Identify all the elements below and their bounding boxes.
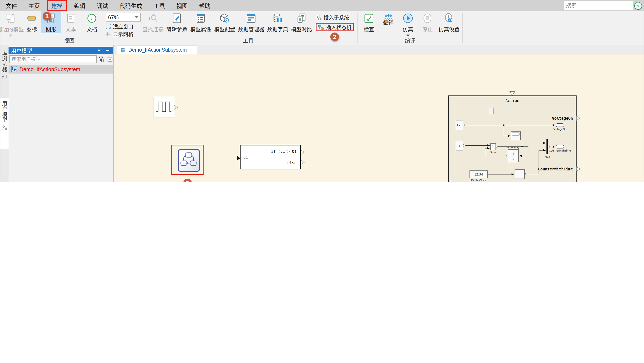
dropdown-caret — [9, 34, 12, 36]
user-model-icon — [2, 125, 7, 130]
block-convert[interactable] — [515, 170, 524, 179]
fit-window-icon — [106, 23, 111, 29]
sim-settings-button[interactable]: 仿真设置 — [437, 12, 461, 33]
outport-label: VoltageOn — [552, 116, 573, 120]
collapse-all-icon[interactable] — [106, 56, 113, 62]
panel-header: 用户模型 — [8, 47, 113, 54]
statemachine-annotation-box: 3 — [171, 145, 204, 175]
sidebar-tab-user-models[interactable]: 用户模型 — [0, 97, 8, 149]
menu-home[interactable]: 主页 — [23, 0, 46, 11]
find-connection-button[interactable]: 查找连接 — [141, 12, 165, 33]
block-ud[interactable]: 1zUnitDelay — [507, 146, 520, 162]
graphic-view-button[interactable]: 1 图形 — [42, 12, 61, 33]
model-config-button[interactable]: 模型配置 — [213, 12, 237, 33]
fit-window-button[interactable]: 适应窗口 — [106, 23, 140, 29]
help-icon[interactable]: ? — [634, 2, 642, 10]
pulse-generator-block[interactable] — [154, 97, 174, 118]
menu-file[interactable]: 文件 — [0, 0, 23, 11]
model-search-input[interactable] — [9, 55, 97, 63]
ribbon-group-tools: 查找连接 编辑参数 模型属性 模型配置 — [140, 12, 356, 45]
menu-debug[interactable]: 调试 — [91, 0, 114, 11]
document-tab-strip: Demo_IfActionSubsystem × — [114, 45, 644, 54]
statemachine-block[interactable] — [178, 149, 200, 172]
insert-buttons: 插入子系统 插入状态机 2 — [314, 12, 356, 33]
block-clock[interactable]: 12:34DigitalClock — [470, 171, 488, 182]
play-icon — [403, 13, 413, 24]
block-label: UnitDelay — [507, 146, 520, 149]
insert-statemachine-button[interactable]: 插入状态机 2 — [316, 23, 354, 31]
tree-item-label: Demo_IfActionSubsystem — [20, 66, 80, 72]
stop-button[interactable]: 停止 — [418, 12, 437, 33]
search-input[interactable] — [564, 2, 639, 8]
subsystem-output-port-icon — [576, 116, 580, 120]
show-grid-button[interactable]: 显示网格 — [106, 30, 140, 37]
svg-text:+: + — [492, 147, 494, 150]
model-props-button[interactable]: 模型属性 — [189, 12, 213, 33]
block-const[interactable]: 1 — [456, 141, 463, 151]
menu-tools[interactable]: 工具 — [148, 0, 171, 11]
block-label: CounterWithTime — [549, 149, 571, 152]
sidebar-tab-library-browser[interactable]: 库浏览器 — [0, 47, 8, 97]
edit-params-button[interactable]: 编辑参数 — [165, 12, 189, 33]
block-label: VoltageOn — [554, 128, 566, 130]
icon-view-button[interactable]: 图标 — [22, 12, 42, 33]
zoom-level-select[interactable]: 67% — [106, 13, 140, 22]
library-browser-icon — [2, 75, 7, 80]
tree-item-model[interactable]: Demo_IfActionSubsystem — [8, 64, 113, 74]
icon-view-icon — [26, 13, 37, 24]
block-const[interactable]: 120 — [456, 120, 463, 130]
block-display[interactable] — [511, 132, 520, 140]
if-block[interactable]: u1 if (u1 > 0) else — [240, 145, 301, 170]
output-port-icon — [174, 105, 178, 110]
document-tab[interactable]: Demo_IfActionSubsystem × — [116, 45, 197, 54]
group-divider — [462, 14, 463, 44]
ribbon-group-view: 最近的模型 图标 1 图形 文本 — [0, 12, 138, 45]
group-label-compile: 编译 — [358, 36, 462, 44]
statemachine-icon — [179, 150, 198, 170]
document-tab-label: Demo_IfActionSubsystem — [128, 47, 187, 53]
annotation-badge-3: 3 — [183, 179, 192, 182]
data-manager-button[interactable]: 数据管理器 — [237, 12, 266, 33]
block-sum[interactable]: ++Sum — [490, 144, 496, 154]
menu-bar: 文件 主页 建模 编辑 调试 代码生成 工具 视图 帮助 ? — [0, 0, 644, 12]
filter-icon[interactable] — [98, 56, 105, 62]
model-canvas[interactable]: 3 u1 if (u1 > 0) else Action0ConstantVol… — [114, 54, 644, 182]
model-compare-icon — [296, 13, 307, 24]
menu-codegen[interactable]: 代码生成 — [114, 0, 148, 11]
panel-minimize-icon[interactable] — [106, 50, 109, 51]
recent-models-icon — [5, 13, 16, 24]
action-port-triangle-icon — [510, 92, 515, 96]
translate-button[interactable]: 翻译 — [379, 12, 398, 26]
text-view-button[interactable]: 文本 — [61, 12, 80, 33]
document-button[interactable]: i 文档 — [82, 12, 102, 33]
sim-settings-icon — [444, 13, 454, 24]
ribbon-group-compile: 检查 翻译 仿真 停止 — [358, 12, 462, 45]
tab-close-icon[interactable]: × — [190, 47, 193, 53]
menu-modeling[interactable]: 建模 — [47, 0, 67, 11]
block-square[interactable] — [489, 108, 494, 114]
menu-edit[interactable]: 编辑 — [68, 0, 91, 11]
recent-models-button[interactable]: 最近的模型 — [1, 12, 20, 36]
model-props-icon — [196, 13, 206, 24]
panel-title: 用户模型 — [11, 46, 32, 54]
subsystem-title: Action — [506, 98, 520, 103]
svg-text:i: i — [91, 16, 93, 22]
check-button[interactable]: 检查 — [359, 12, 379, 33]
block-label: DigitalClock — [471, 179, 486, 182]
data-dict-button[interactable]: 数据字典 — [266, 12, 290, 33]
group-divider — [357, 14, 358, 44]
dropdown-caret — [406, 34, 410, 36]
data-dict-icon — [272, 13, 283, 24]
pulse-waveform-icon — [154, 97, 173, 116]
insert-subsystem-button[interactable]: 插入子系统 — [316, 14, 354, 21]
menu-view[interactable]: 视图 — [171, 0, 194, 11]
model-compare-button[interactable]: 模型对比 — [290, 12, 314, 33]
menu-help[interactable]: 帮助 — [194, 0, 216, 11]
panel-dropdown-icon[interactable] — [98, 49, 101, 52]
svg-text:z: z — [512, 156, 514, 160]
simulate-button[interactable]: 仿真 — [398, 12, 418, 36]
chevron-down-icon — [135, 16, 138, 18]
subsystem-block[interactable]: Action120VoltageOn1++Sum1zUnitDelayMuxCo… — [448, 96, 576, 182]
check-icon — [364, 13, 374, 24]
edit-pencil-icon — [172, 13, 182, 24]
